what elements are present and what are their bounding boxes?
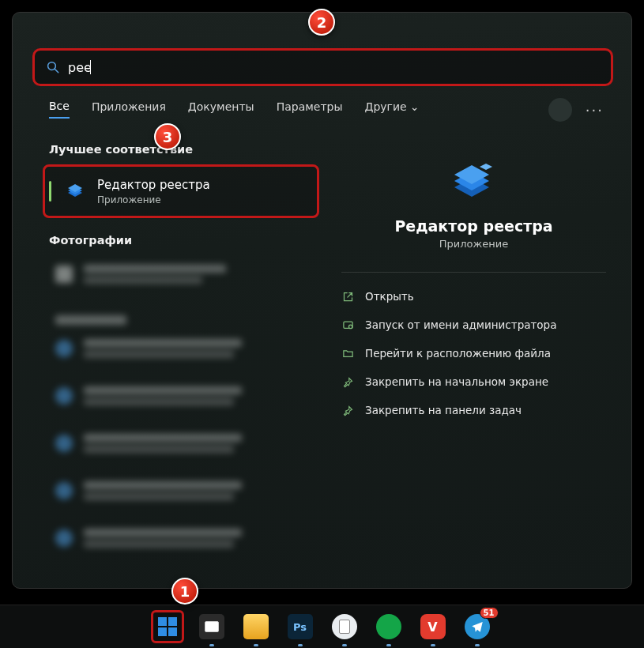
vivaldi-button[interactable]: V <box>416 610 450 643</box>
list-item[interactable] <box>49 378 302 414</box>
start-button[interactable] <box>151 610 184 643</box>
spotify-button[interactable] <box>372 610 405 643</box>
notification-badge: 51 <box>480 607 499 619</box>
action-pin-start[interactable]: Закрепить на начальном экране <box>333 367 614 396</box>
list-item[interactable] <box>49 425 302 462</box>
svg-rect-14 <box>168 627 177 636</box>
admin-icon <box>341 318 354 331</box>
photoshop-icon: Ps <box>288 614 313 639</box>
pin-icon <box>341 404 354 416</box>
svg-rect-12 <box>168 617 177 626</box>
list-item[interactable] <box>49 473 302 509</box>
detail-pane: Редактор реестра Приложение Открыть Запу… <box>333 138 614 424</box>
chevron-down-icon: ⌄ <box>410 100 420 113</box>
tab-more-label: Другие <box>364 100 406 113</box>
best-match-result[interactable]: Редактор реестра Приложение <box>43 164 319 218</box>
folder-icon <box>341 347 354 360</box>
taskbar: Ps V 51 <box>0 605 644 648</box>
user-avatar[interactable] <box>548 98 572 122</box>
tab-more[interactable]: Другие⌄ <box>364 100 419 118</box>
action-open-location[interactable]: Перейти к расположению файла <box>333 339 614 367</box>
svg-marker-8 <box>480 164 492 170</box>
tab-apps[interactable]: Приложения <box>92 100 166 118</box>
svg-rect-11 <box>158 617 167 626</box>
action-label: Открыть <box>365 290 414 303</box>
action-label: Закрепить на начальном экране <box>365 375 548 388</box>
photos-header: Фотографии <box>49 234 132 247</box>
open-icon <box>341 290 354 303</box>
svg-point-10 <box>348 325 352 328</box>
tab-all[interactable]: Все <box>49 100 70 119</box>
svg-rect-13 <box>158 627 167 636</box>
action-pin-taskbar[interactable]: Закрепить на панели задач <box>333 396 614 424</box>
action-label: Перейти к расположению файла <box>365 347 551 360</box>
spotify-icon <box>376 614 401 639</box>
text-caret <box>90 60 91 74</box>
tab-params[interactable]: Параметры <box>277 100 343 118</box>
file-explorer-button[interactable] <box>239 610 273 643</box>
annotation-1: 1 <box>171 578 198 605</box>
photoshop-button[interactable]: Ps <box>284 610 317 643</box>
search-bar[interactable]: рее <box>32 48 613 86</box>
photo-result[interactable] <box>49 256 302 292</box>
search-text: рее <box>68 60 92 75</box>
action-run-admin[interactable]: Запуск от имени администратора <box>333 311 614 339</box>
list-item[interactable] <box>49 330 302 367</box>
filter-tabs: Все Приложения Документы Параметры Други… <box>49 100 419 119</box>
taskview-icon <box>199 614 224 639</box>
action-label: Запуск от имени администратора <box>365 318 556 331</box>
task-view-button[interactable] <box>195 610 228 643</box>
libreoffice-button[interactable] <box>328 610 361 643</box>
detail-title: Редактор реестра <box>333 217 614 235</box>
best-match-title: Редактор реестра <box>97 178 210 192</box>
list-item[interactable] <box>49 520 302 556</box>
search-icon <box>46 60 60 74</box>
detail-subtitle: Приложение <box>333 238 614 250</box>
action-open[interactable]: Открыть <box>333 282 614 311</box>
regedit-icon-large <box>450 157 499 206</box>
regedit-icon <box>66 181 86 202</box>
annotation-3: 3 <box>154 123 181 150</box>
vivaldi-icon: V <box>420 614 446 639</box>
document-icon <box>332 614 357 639</box>
telegram-button[interactable]: 51 <box>461 610 494 643</box>
svg-line-1 <box>55 69 58 73</box>
windows-icon <box>156 616 179 638</box>
best-match-subtitle: Приложение <box>97 194 210 205</box>
pin-icon <box>341 375 354 388</box>
divider <box>341 272 606 273</box>
annotation-2: 2 <box>308 9 335 36</box>
more-button[interactable]: ··· <box>586 102 604 119</box>
tab-docs[interactable]: Документы <box>188 100 254 118</box>
action-label: Закрепить на панели задач <box>365 404 522 416</box>
folder-icon <box>243 614 269 639</box>
start-search-window: рее Все Приложения Документы Параметры Д… <box>12 12 632 589</box>
